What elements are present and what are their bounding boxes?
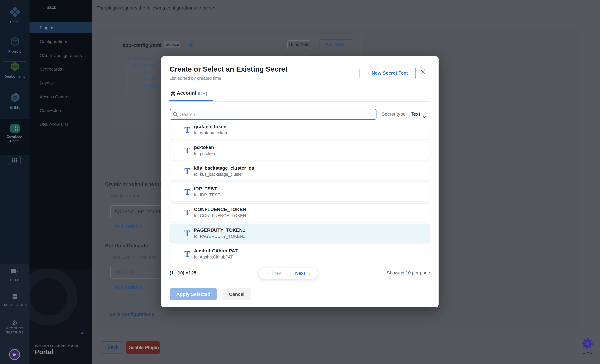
chevron-left-icon: ‹ xyxy=(105,345,106,350)
nav-item-access-control[interactable]: Access Control xyxy=(40,94,69,99)
search-box xyxy=(169,109,376,120)
save-configurations-button[interactable]: Save Configurations xyxy=(105,309,159,320)
sidebar-item-builds[interactable]: Builds xyxy=(0,93,29,110)
deployments-icon xyxy=(10,67,20,73)
modal-title: Create or Select an Existing Secret xyxy=(169,65,288,73)
developer-portal-module: Developer Portal xyxy=(0,124,29,143)
home-icon xyxy=(10,12,20,18)
modal-footer-divider xyxy=(169,283,430,283)
nav-back-button[interactable]: ‹ Back xyxy=(42,5,56,10)
tab-account-scope: [IDP] xyxy=(196,91,207,96)
secret-row-PAGERDUTY_TOKEN1-selected[interactable]: T PAGERDUTY_TOKEN1 Id: PAGERDUTY_TOKEN1 xyxy=(169,224,430,243)
secret-row-Aashrit-Github-PAT[interactable]: T Aashrit-Github-PAT Id: AashritGithubPA… xyxy=(169,245,430,261)
text-secret-icon: T xyxy=(184,250,191,259)
indent-guide xyxy=(138,76,138,93)
plus-icon: + xyxy=(111,224,113,229)
disable-plugin-button[interactable]: Disable Plugin xyxy=(126,341,160,354)
aida-widget[interactable]: AIDA xyxy=(581,338,594,356)
nav-item-scorecards[interactable]: Scorecards xyxy=(40,66,62,72)
secret-row-pd-token[interactable]: T pd-token Id: pdtoken xyxy=(169,141,430,160)
nav-item-oauth-configurations[interactable]: OAuth Configurations xyxy=(40,53,82,58)
host-url-input[interactable] xyxy=(110,266,168,279)
yaml-filename: app-config.yaml xyxy=(122,42,161,48)
modal-subtitle: List sorted by created time xyxy=(169,76,221,81)
variable-name-label: Variable Name xyxy=(111,193,141,198)
builds-icon xyxy=(10,98,20,104)
text-secret-icon: T xyxy=(184,146,191,155)
gear-icon: ⚙ xyxy=(12,319,18,326)
copy-icon[interactable] xyxy=(188,41,194,49)
sidebar-item-developer-portal-active[interactable]: Developer Portal xyxy=(0,119,29,155)
grid-icon xyxy=(12,158,18,164)
secret-type-value[interactable]: Text xyxy=(411,111,420,117)
nav-item-connectors[interactable]: Connectors xyxy=(40,108,62,113)
variable-name-input[interactable] xyxy=(110,205,168,218)
prev-page-button[interactable]: ← Prev xyxy=(259,268,288,279)
tab-baseline xyxy=(169,102,430,102)
collapse-nav-icon[interactable]: ◀ xyxy=(80,331,83,335)
sidebar-item-deployments[interactable]: Deployments xyxy=(0,61,29,79)
layers-icon xyxy=(170,91,176,98)
text-secret-icon: T xyxy=(184,208,191,217)
add-variable-link[interactable]: + Add Variable xyxy=(111,224,142,229)
pagination-range: (1 - 10) of 25 xyxy=(169,270,196,275)
help-icon: ? xyxy=(11,269,19,275)
aida-flower-icon xyxy=(582,345,593,350)
page: The plugin requires the following config… xyxy=(0,0,600,364)
search-input[interactable] xyxy=(180,110,370,119)
cancel-button[interactable]: Cancel xyxy=(223,288,251,300)
text-secret-icon: T xyxy=(184,167,191,176)
sidebar-item-home[interactable]: Home xyxy=(0,7,29,24)
module-rail: Home Projects Deployments Builds xyxy=(0,0,29,364)
read-only-button[interactable]: Read Only xyxy=(287,40,311,49)
developer-portal-icon xyxy=(10,128,20,134)
tab-account[interactable]: Account xyxy=(177,90,196,96)
secret-type-label: Secret type xyxy=(382,111,406,117)
nav-divider xyxy=(34,18,87,18)
service-badge: Service xyxy=(164,41,180,48)
user-avatar[interactable]: IA xyxy=(9,349,20,360)
edit-yaml-button[interactable]: Edit YAML xyxy=(319,39,353,50)
nav-item-layout[interactable]: Layout xyxy=(40,80,53,85)
sidebar-item-projects[interactable]: Projects xyxy=(0,36,29,54)
brand-line2: Portal xyxy=(35,348,53,356)
search-icon xyxy=(173,112,178,117)
brand-watermark xyxy=(29,269,77,326)
secret-row-CONFLUENCE_TOKEN[interactable]: T CONFLUENCE_TOKEN Id: CONFLUENCE_TOKEN xyxy=(169,203,430,222)
dashboards-icon xyxy=(11,294,18,300)
add-variable-link[interactable]: + Add Variable xyxy=(111,285,142,290)
text-secret-icon: T xyxy=(184,126,191,134)
new-secret-text-button[interactable]: + New Secret Text xyxy=(359,68,416,78)
text-secret-icon: T xyxy=(184,187,191,196)
indent-guide xyxy=(128,62,128,93)
chevron-down-icon[interactable] xyxy=(423,113,427,119)
pagination-pill: ← Prev Next → xyxy=(259,268,318,279)
close-icon[interactable] xyxy=(420,69,427,76)
brand-line1: INTERNAL DEVELOPER xyxy=(35,344,79,348)
nav-item-plugins[interactable]: Plugins xyxy=(29,22,92,33)
secret-select-modal: Create or Select an Existing Secret List… xyxy=(161,56,439,307)
secret-row-grafana_token[interactable]: T grafana_token Id: grafana_token xyxy=(169,124,430,140)
apply-selected-button[interactable]: Apply Selected xyxy=(169,288,217,300)
delegate-heading: Set Up a Delegate xyxy=(105,243,148,248)
text-secret-icon: T xyxy=(184,229,191,238)
per-page-label: Showing 10 per page xyxy=(387,270,430,275)
secret-list: T grafana_token Id: grafana_token T pd-t… xyxy=(169,124,431,261)
host-url-label: Host URL / IP Address xyxy=(111,255,156,260)
secret-row-IDP_TEST[interactable]: T IDP_TEST Id: IDP_TEST xyxy=(169,183,430,202)
back-button[interactable]: ‹ Back xyxy=(101,341,122,354)
nav-item-configurations[interactable]: Configurations xyxy=(40,39,68,44)
indent-guide xyxy=(133,69,133,93)
nav-item-url-allow-list[interactable]: URL Allow List xyxy=(40,122,68,127)
projects-icon xyxy=(10,42,20,47)
secret-row-k8s_backstage_cluster_qa[interactable]: T k8s_backstage_cluster_qa Id: k8s_backs… xyxy=(169,162,430,181)
plus-icon: + xyxy=(111,285,113,290)
sidebar-item-dashboards[interactable]: DASHBOARDS xyxy=(0,294,29,307)
module-switcher-button[interactable] xyxy=(9,156,21,165)
next-page-button[interactable]: Next → xyxy=(288,268,318,279)
arrow-left-icon: ← xyxy=(266,271,270,276)
sidebar-item-account-settings[interactable]: ⚙ ACCOUNT SETTINGS xyxy=(0,319,29,335)
secret-section-heading: Create or select a secret xyxy=(105,181,164,187)
secondary-nav: ‹ Back Plugins Configurations OAuth Conf… xyxy=(29,0,92,364)
sidebar-item-help[interactable]: ? HELP xyxy=(0,269,29,283)
